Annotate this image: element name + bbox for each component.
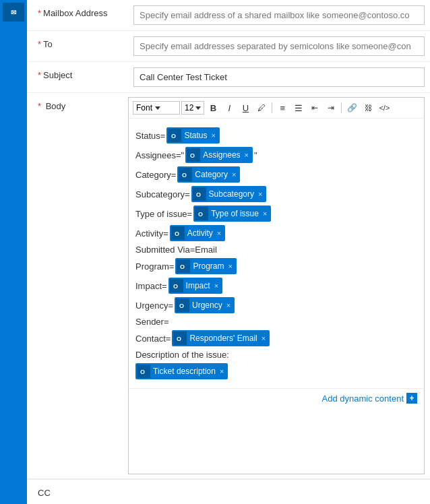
mailbox-address-label: * Mailbox Address: [27, 0, 128, 26]
chip-label: Ticket description: [153, 367, 216, 376]
svg-text:O: O: [173, 283, 178, 290]
link-button[interactable]: 🔗: [344, 100, 359, 115]
sender-line-prefix: Sender=: [135, 317, 169, 327]
chip-remove[interactable]: ×: [263, 210, 267, 218]
decrease-indent-button[interactable]: ⇤: [307, 100, 322, 115]
chip-icon: O: [173, 332, 187, 345]
bold-button[interactable]: B: [206, 100, 220, 115]
svg-text:O: O: [198, 211, 203, 218]
add-dynamic-link[interactable]: Add dynamic content +: [322, 393, 417, 404]
chip-remove[interactable]: ×: [232, 170, 236, 179]
body-label: * Body: [27, 93, 128, 119]
type-of-issue-line-prefix: Type of issue=: [135, 209, 192, 219]
program-line-prefix: Program=: [135, 261, 174, 272]
chip-impact[interactable]: O Impact×: [168, 278, 222, 294]
submitted-via-line: Submitted Via=Email: [135, 245, 417, 255]
chip-remove[interactable]: ×: [258, 190, 262, 198]
body-row: * Body Font 12 B I U 🖊: [27, 93, 430, 479]
chip-remove[interactable]: ×: [228, 262, 232, 270]
chip-remove[interactable]: ×: [220, 367, 224, 375]
add-dynamic-row: Add dynamic content +: [129, 388, 424, 408]
to-label: * To: [27, 31, 128, 57]
category-line-prefix: Category=: [135, 170, 176, 180]
chip-program[interactable]: O Program×: [175, 258, 236, 274]
body-toolbar: Font 12 B I U 🖊 ≡ ☰ ⇤ ⇥: [129, 98, 424, 119]
chip-category[interactable]: O Category×: [177, 166, 240, 183]
svg-text:O: O: [140, 369, 145, 375]
chip-icon: O: [193, 187, 206, 201]
cc-row: CC: [27, 479, 430, 504]
font-select[interactable]: Font: [133, 101, 180, 115]
subject-label: * Subject: [27, 62, 128, 88]
chip-label: Activity: [187, 228, 213, 238]
chip-icon: O: [187, 148, 200, 162]
size-dropdown-icon: [195, 106, 201, 110]
assignees-line-suffix: ": [254, 150, 257, 160]
status-line-prefix: Status=: [135, 131, 165, 141]
chip-urgency[interactable]: O Urgency×: [175, 297, 235, 313]
to-input[interactable]: [133, 36, 425, 56]
subject-row: * Subject: [27, 62, 430, 93]
type-of-issue-line: Type of issue= O Type of issue×: [135, 206, 417, 222]
numbered-list-button[interactable]: ☰: [291, 100, 306, 115]
svg-text:O: O: [171, 133, 176, 139]
chip-icon: O: [137, 365, 150, 378]
code-button[interactable]: </>: [377, 100, 392, 115]
mailbox-address-row: * Mailbox Address: [27, 0, 430, 31]
assignees-line: Assignees=" O Assignees× ": [135, 147, 417, 163]
chip-label: Category: [195, 170, 228, 179]
chip-icon: O: [176, 298, 189, 312]
chip-type-of-issue[interactable]: O Type of issue×: [193, 206, 271, 222]
chip-remove[interactable]: ×: [211, 131, 215, 139]
unlink-button[interactable]: ⛓: [361, 100, 375, 115]
status-line: Status= O Status×: [135, 127, 417, 144]
subject-value: [128, 62, 430, 92]
toolbar-divider-1: [272, 102, 272, 113]
chip-remove[interactable]: ×: [262, 334, 266, 342]
chip-label: Urgency: [192, 301, 222, 310]
activity-line: Activity= O Activity×: [135, 225, 417, 241]
mailbox-address-input[interactable]: [133, 5, 425, 25]
chip-remove[interactable]: ×: [245, 151, 249, 159]
chip-icon: O: [179, 168, 192, 181]
chip-activity[interactable]: O Activity×: [170, 225, 225, 241]
svg-text:O: O: [190, 152, 195, 159]
font-size-select[interactable]: 12: [181, 101, 204, 115]
contact-line: Contact= O Responders' Email×: [135, 330, 417, 346]
chip-ticket-description[interactable]: O Ticket description×: [135, 363, 228, 379]
chip-label: Assignees: [203, 150, 240, 160]
body-content-area: Status= O Status×Assignees=" O Assignees…: [129, 119, 424, 388]
highlight-button[interactable]: 🖊: [254, 100, 269, 115]
chip-label: Impact: [186, 281, 210, 290]
main-content: * Mailbox Address * To * Subject: [27, 0, 430, 504]
chip-assignees[interactable]: O Assignees×: [185, 147, 253, 163]
increase-indent-button[interactable]: ⇥: [324, 100, 338, 115]
chip-label: Responders' Email: [189, 334, 257, 343]
subject-input[interactable]: [133, 67, 425, 87]
chip-remove[interactable]: ×: [217, 229, 221, 237]
chip-remove[interactable]: ×: [214, 282, 218, 290]
svg-text:O: O: [196, 191, 201, 198]
chip-responders-email[interactable]: O Responders' Email×: [172, 330, 270, 346]
chip-remove[interactable]: ×: [226, 301, 231, 309]
chip-subcategory[interactable]: O Subcategory×: [191, 186, 267, 202]
to-row: * To: [27, 31, 430, 62]
program-line: Program= O Program×: [135, 258, 417, 274]
bulleted-list-button[interactable]: ≡: [275, 100, 290, 115]
svg-text:O: O: [175, 230, 179, 237]
chip-label: Status: [184, 131, 207, 140]
chip-status[interactable]: O Status×: [166, 127, 219, 144]
font-dropdown-icon: [155, 106, 160, 110]
urgency-line-prefix: Urgency=: [135, 301, 173, 311]
mailbox-address-value: [128, 0, 430, 30]
activity-line-prefix: Activity=: [135, 228, 168, 239]
category-line: Category= O Category×: [135, 166, 417, 183]
chip-icon: O: [177, 259, 190, 273]
underline-button[interactable]: U: [238, 100, 253, 115]
description-line: Description of the issue:: [135, 350, 417, 360]
to-value: [128, 31, 430, 61]
subcategory-line: Subcategory= O Subcategory×: [135, 186, 417, 202]
chip-icon: O: [195, 207, 208, 220]
chip-icon: O: [171, 226, 185, 240]
italic-button[interactable]: I: [222, 100, 237, 115]
